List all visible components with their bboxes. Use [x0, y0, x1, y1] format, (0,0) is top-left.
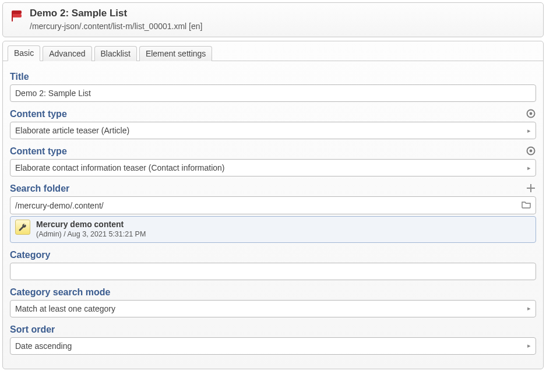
header-panel: Demo 2: Sample List /mercury-json/.conte…	[2, 2, 544, 37]
tab-basic[interactable]: Basic	[8, 45, 40, 61]
field-label-category-search-mode: Category search mode	[10, 284, 111, 300]
content-type-icon	[10, 9, 24, 23]
field-category: Category	[10, 246, 536, 280]
search-folder-select[interactable]: /mercury-demo/.content/	[10, 196, 536, 214]
sort-order-value: Date ascending	[15, 341, 72, 351]
form-body: Title Content type Elaborate article tea…	[3, 61, 543, 368]
field-sort-order: Sort order Date ascending ▸	[10, 321, 536, 355]
field-search-folder: Search folder /mercury-demo/.content/ Me…	[10, 180, 536, 242]
tab-element-settings[interactable]: Element settings	[139, 46, 213, 61]
search-folder-resource[interactable]: Mercury demo content (Admin) / Aug 3, 20…	[10, 216, 536, 242]
field-title: Title	[10, 68, 536, 102]
field-label-content-type-1: Content type	[10, 105, 67, 122]
field-category-search-mode: Category search mode Match at least one …	[10, 284, 536, 317]
folder-icon	[522, 200, 531, 210]
plus-icon[interactable]	[526, 183, 536, 193]
svg-point-3	[530, 150, 533, 153]
field-label-sort-order: Sort order	[10, 321, 55, 337]
content-type-1-select[interactable]: Elaborate article teaser (Article) ▸	[10, 122, 536, 139]
category-search-mode-value: Match at least one category	[15, 304, 115, 313]
editor-panel: Basic Advanced Blacklist Element setting…	[2, 41, 544, 369]
chevron-right-icon: ▸	[527, 305, 531, 312]
tab-bar: Basic Advanced Blacklist Element setting…	[3, 41, 543, 61]
field-label-content-type-2: Content type	[10, 143, 67, 159]
tab-blacklist[interactable]: Blacklist	[94, 46, 137, 61]
field-content-type-1: Content type Elaborate article teaser (A…	[10, 105, 536, 139]
resource-title: Mercury demo content	[36, 220, 146, 230]
field-label-category: Category	[10, 246, 50, 263]
svg-point-1	[530, 112, 533, 115]
sort-order-select[interactable]: Date ascending ▸	[10, 337, 536, 355]
field-label-title: Title	[10, 68, 29, 84]
tab-advanced[interactable]: Advanced	[43, 46, 91, 61]
chevron-right-icon: ▸	[527, 127, 531, 135]
target-icon[interactable]	[526, 146, 536, 156]
content-type-2-select[interactable]: Elaborate contact information teaser (Co…	[10, 159, 536, 176]
chevron-right-icon: ▸	[527, 164, 531, 172]
content-type-2-value: Elaborate contact information teaser (Co…	[15, 163, 225, 172]
field-label-search-folder: Search folder	[10, 180, 69, 196]
field-content-type-2: Content type Elaborate contact informati…	[10, 143, 536, 176]
category-search-mode-select[interactable]: Match at least one category ▸	[10, 300, 536, 317]
page-path: /mercury-json/.content/list-m/list_00001…	[30, 22, 202, 31]
page-title: Demo 2: Sample List	[30, 8, 202, 19]
content-type-1-value: Elaborate article teaser (Article)	[15, 126, 129, 135]
resource-meta: (Admin) / Aug 3, 2021 5:31:21 PM	[36, 230, 146, 239]
target-icon[interactable]	[526, 108, 536, 119]
wrench-icon	[15, 220, 30, 235]
category-input[interactable]	[10, 263, 536, 280]
chevron-right-icon: ▸	[527, 342, 531, 349]
title-input[interactable]	[10, 84, 536, 102]
search-folder-value: /mercury-demo/.content/	[15, 201, 104, 210]
